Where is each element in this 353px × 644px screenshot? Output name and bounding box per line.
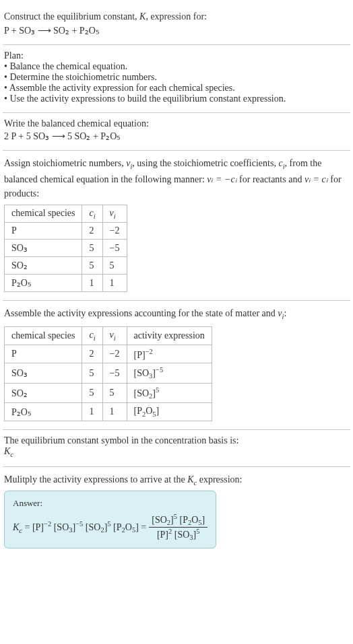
- multiply-section: Mulitply the activity expressions to arr…: [3, 468, 350, 555]
- table-cell: P: [5, 345, 82, 363]
- table-cell: 5: [82, 383, 102, 402]
- stoich-section: Assign stoichiometric numbers, νi, using…: [3, 152, 350, 299]
- symbol-line: The equilibrium constant symbol in the c…: [4, 435, 349, 446]
- plan-item: Determine the stoichiometric numbers.: [4, 72, 349, 83]
- table-cell: 1: [102, 275, 127, 292]
- kc-var: Kc: [187, 474, 197, 485]
- intro-equation: P + SO₃ ⟶ SO₂ + P₂O₅: [4, 25, 349, 36]
- symbol-kc: Kc: [4, 446, 349, 458]
- stoich-intro-b: , using the stoichiometric coefficients,: [132, 158, 278, 168]
- table-cell: [P]−2: [127, 345, 212, 363]
- table-header: ci: [82, 205, 102, 223]
- multiply-line-a: Mulitply the activity expressions to arr…: [4, 474, 187, 485]
- table-cell: −2: [102, 345, 127, 363]
- symbol-section: The equilibrium constant symbol in the c…: [3, 431, 350, 465]
- answer-label: Answer:: [13, 498, 207, 509]
- table-cell: P₂O₅: [5, 275, 82, 292]
- table-header: ci: [82, 326, 102, 345]
- table-row: P 2 −2 [P]−2: [5, 345, 212, 363]
- table-cell: SO₃: [5, 363, 82, 383]
- stoich-intro-d: for reactants and: [237, 174, 304, 184]
- c-i: ci: [278, 158, 284, 168]
- table-row: P₂O₅ 1 1 [P2O5]: [5, 403, 212, 421]
- stoich-table: chemical species ci νi P 2 −2 SO₃ 5 −5 S…: [4, 205, 127, 293]
- table-cell: −2: [102, 223, 127, 240]
- table-row: SO₃ 5 −5 [SO3]−5: [5, 363, 212, 383]
- balanced-section: Write the balanced chemical equation: 2 …: [3, 114, 350, 149]
- answer-denominator: [P]2 [SO3]5: [149, 528, 207, 541]
- table-row: SO₂ 5 5: [5, 257, 127, 275]
- divider: [3, 300, 350, 301]
- table-cell: 5: [82, 257, 102, 275]
- nu-eq-c: νᵢ = cᵢ: [304, 174, 328, 184]
- table-cell: 2: [82, 223, 102, 240]
- intro-section: Construct the equilibrium constant, K, e…: [3, 5, 350, 43]
- nu-eq-neg-c: νᵢ = −cᵢ: [207, 174, 236, 184]
- answer-numerator: [SO2]5 [P2O5]: [149, 513, 207, 527]
- divider: [3, 429, 350, 430]
- table-cell: 1: [82, 275, 102, 292]
- plan-list: Balance the chemical equation. Determine…: [4, 61, 349, 104]
- table-cell: −5: [102, 363, 127, 383]
- table-cell: SO₂: [5, 257, 82, 275]
- table-cell: 5: [102, 383, 127, 402]
- table-cell: [SO2]5: [127, 383, 212, 402]
- table-cell: 2: [82, 345, 102, 363]
- table-header: νi: [102, 205, 127, 223]
- divider: [3, 466, 350, 467]
- table-row: P 2 −2: [5, 223, 127, 240]
- table-cell: 1: [82, 403, 102, 421]
- table-header-row: chemical species ci νi activity expressi…: [5, 326, 212, 345]
- intro-var-k: K: [139, 11, 146, 22]
- divider: [3, 44, 350, 45]
- multiply-line-b: expression:: [197, 474, 242, 485]
- nu-i: νi: [126, 158, 132, 168]
- table-header-row: chemical species ci νi: [5, 205, 127, 223]
- table-row: SO₂ 5 5 [SO2]5: [5, 383, 212, 402]
- table-header: νi: [102, 326, 127, 345]
- table-cell: 5: [82, 363, 102, 383]
- table-row: P₂O₅ 1 1: [5, 275, 127, 292]
- table-cell: SO₃: [5, 240, 82, 257]
- multiply-line: Mulitply the activity expressions to arr…: [4, 472, 349, 489]
- table-cell: [P2O5]: [127, 403, 212, 421]
- plan-title: Plan:: [4, 50, 349, 61]
- answer-lhs: Kc = [P]−2 [SO3]−5 [SO2]5 [P2O5] =: [13, 520, 146, 534]
- table-cell: 5: [82, 240, 102, 257]
- table-cell: SO₂: [5, 383, 82, 402]
- table-row: SO₃ 5 −5: [5, 240, 127, 257]
- answer-box: Answer: Kc = [P]−2 [SO3]−5 [SO2]5 [P2O5]…: [4, 491, 216, 548]
- table-cell: P₂O₅: [5, 403, 82, 421]
- divider: [3, 112, 350, 113]
- answer-fraction: [SO2]5 [P2O5] [P]2 [SO3]5: [149, 513, 207, 541]
- activity-table: chemical species ci νi activity expressi…: [4, 326, 212, 421]
- intro-text: Construct the equilibrium constant, K, e…: [4, 9, 349, 24]
- table-header: chemical species: [5, 205, 82, 223]
- table-cell: 5: [102, 257, 127, 275]
- answer-expression: Kc = [P]−2 [SO3]−5 [SO2]5 [P2O5] = [SO2]…: [13, 513, 207, 541]
- table-cell: P: [5, 223, 82, 240]
- activity-intro-a: Assemble the activity expressions accoun…: [4, 308, 278, 318]
- table-cell: [SO3]−5: [127, 363, 212, 383]
- table-header: activity expression: [127, 326, 212, 345]
- activity-intro: Assemble the activity expressions accoun…: [4, 306, 349, 322]
- balanced-equation: 2 P + 5 SO₃ ⟶ 5 SO₂ + P₂O₅: [4, 131, 349, 142]
- intro-line1: Construct the equilibrium constant,: [4, 11, 139, 22]
- stoich-intro-a: Assign stoichiometric numbers,: [4, 158, 126, 168]
- table-cell: 1: [102, 403, 127, 421]
- plan-item: Balance the chemical equation.: [4, 61, 349, 72]
- activity-section: Assemble the activity expressions accoun…: [3, 302, 350, 428]
- intro-line1-end: , expression for:: [146, 11, 207, 22]
- plan-item: Assemble the activity expression for eac…: [4, 83, 349, 94]
- balanced-title: Write the balanced chemical equation:: [4, 118, 349, 129]
- activity-intro-b: :: [284, 308, 286, 318]
- plan-item: Use the activity expressions to build th…: [4, 94, 349, 104]
- table-header: chemical species: [5, 326, 82, 345]
- divider: [3, 150, 350, 151]
- table-cell: −5: [102, 240, 127, 257]
- stoich-intro: Assign stoichiometric numbers, νi, using…: [4, 156, 349, 201]
- plan-section: Plan: Balance the chemical equation. Det…: [3, 46, 350, 111]
